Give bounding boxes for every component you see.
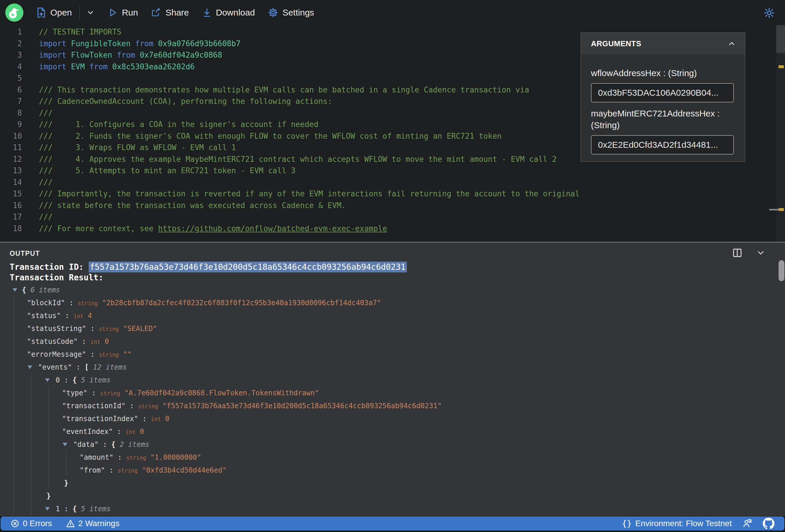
open-menu-chevron[interactable] xyxy=(86,8,95,17)
output-row: "transactionIndex" : int 0 xyxy=(0,412,773,425)
code-token: /// 1. Configures a COA in the signer's … xyxy=(39,120,319,129)
theme-toggle-button[interactable] xyxy=(763,7,775,20)
output-row: 0 : { 5 items xyxy=(0,374,773,386)
indent-guide xyxy=(14,361,14,374)
person-feedback-icon xyxy=(742,518,752,529)
json-br: { xyxy=(73,376,81,384)
json-tl: string xyxy=(78,300,98,306)
overview-cursor-marker xyxy=(769,209,780,210)
output-row: "data" : { 2 items xyxy=(0,438,773,451)
output-row: } xyxy=(0,477,773,489)
indent-guide xyxy=(14,322,14,335)
share-button[interactable]: Share xyxy=(151,8,189,18)
chevron-up-icon[interactable] xyxy=(727,39,736,48)
json-pn: : xyxy=(61,312,73,320)
json-key: "data" xyxy=(73,440,99,449)
code-token: FlowToken xyxy=(71,51,117,59)
json-br: } xyxy=(47,492,51,500)
line-number: 1 xyxy=(0,26,22,38)
json-key: "transactionIndex" xyxy=(62,415,138,423)
json-pn: : xyxy=(87,389,100,397)
code-token: import xyxy=(39,62,71,71)
collapse-panel-chevron-icon[interactable] xyxy=(756,248,766,258)
output-row: "events" : [ 12 items xyxy=(0,361,773,374)
code-token: 0x7e60df042a9c0868 xyxy=(140,51,222,59)
code-link[interactable]: https://github.com/onflow/batched-evm-ex… xyxy=(158,224,387,233)
code-token: 0x8c5303eaa26202d6 xyxy=(112,62,195,71)
arguments-panel-header[interactable]: ARGUMENTS xyxy=(581,33,745,54)
indent-guide xyxy=(49,412,49,425)
line-number: 17 xyxy=(0,211,22,223)
indent-guide xyxy=(14,438,14,451)
json-tl: string xyxy=(126,454,146,461)
feedback-button[interactable] xyxy=(742,518,752,529)
json-it: 5 items xyxy=(81,505,111,513)
json-nv: 0 xyxy=(161,415,170,423)
line-number: 18 xyxy=(0,223,22,235)
download-button[interactable]: Download xyxy=(202,8,255,18)
indent-guide xyxy=(14,348,14,361)
line-number: 6 xyxy=(0,84,22,96)
collapse-arrow[interactable] xyxy=(27,365,32,369)
settings-gear-icon xyxy=(268,7,278,18)
warnings-status[interactable]: 2 Warnings xyxy=(66,519,120,528)
line-number: 4 xyxy=(0,61,22,73)
output-scrollbar-thumb[interactable] xyxy=(779,260,784,281)
collapse-arrow[interactable] xyxy=(45,378,50,382)
environment-status[interactable]: {} Environment: Flow Testnet xyxy=(622,519,732,529)
download-label: Download xyxy=(216,8,255,18)
json-br: [ xyxy=(84,363,93,371)
settings-button[interactable]: Settings xyxy=(268,7,314,18)
run-button[interactable]: Run xyxy=(108,8,138,18)
indent-guide xyxy=(31,489,31,503)
indent-guide xyxy=(66,464,67,477)
split-view-icon[interactable] xyxy=(732,247,743,258)
errors-status[interactable]: 0 Errors xyxy=(10,519,52,528)
output-title: OUTPUT xyxy=(10,250,40,257)
output-row: 1 : { 5 items xyxy=(0,503,773,515)
open-label: Open xyxy=(50,8,72,18)
line-number: 8 xyxy=(0,107,22,119)
argument-input-1[interactable] xyxy=(591,135,734,154)
json-key: "errorMessage" xyxy=(27,350,86,358)
collapse-arrow[interactable] xyxy=(62,443,67,446)
collapse-arrow[interactable] xyxy=(45,507,50,511)
transaction-result-label: Transaction Result: xyxy=(10,272,103,283)
json-pn: : xyxy=(105,466,118,474)
output-row: { 6 items xyxy=(0,283,773,297)
json-tl: string xyxy=(99,326,119,332)
code-token: /// Importantly, the transaction is reve… xyxy=(39,189,580,198)
code-token: /// state before the transaction was exe… xyxy=(39,201,346,210)
line-number: 11 xyxy=(0,142,22,154)
json-nv: 4 xyxy=(83,312,92,320)
json-it: 5 items xyxy=(81,376,111,384)
indent-guide xyxy=(31,451,31,464)
json-key: "transactionId" xyxy=(62,402,126,410)
open-button[interactable]: Open xyxy=(36,7,72,18)
collapse-arrow[interactable] xyxy=(12,288,17,292)
sun-icon xyxy=(763,7,775,19)
code-line: 18/// For more context, see https://gith… xyxy=(0,223,773,235)
github-link[interactable] xyxy=(763,518,775,529)
argument-label: maybeMintERC721AddressHex : (String) xyxy=(591,108,731,131)
settings-label: Settings xyxy=(282,8,314,18)
json-it: 2 items xyxy=(120,440,149,449)
json-key: "statusCode" xyxy=(27,337,78,346)
indent-guide xyxy=(31,503,31,515)
warning-marker xyxy=(779,65,784,68)
environment-label: Environment: Flow Testnet xyxy=(635,519,732,528)
indent-guide xyxy=(14,503,14,515)
arguments-body: wflowAddressHex : (String)maybeMintERC72… xyxy=(581,54,745,154)
code-token: /// xyxy=(39,108,53,117)
error-icon xyxy=(10,519,19,528)
json-pn: : xyxy=(126,402,138,410)
editor-scrollbar-thumb[interactable] xyxy=(776,25,785,53)
warnings-label: 2 Warnings xyxy=(78,519,120,528)
json-nv: 0 xyxy=(100,337,109,346)
transaction-result-tree: { 6 items"blockId" : string "2b28cbfb87d… xyxy=(0,283,773,520)
code-token: 0x9a0766d93b6608b7 xyxy=(158,39,240,48)
argument-input-0[interactable] xyxy=(591,83,734,102)
indent-guide xyxy=(14,335,14,348)
code-token: /// 2. Funds the signer's COA with enoug… xyxy=(39,132,502,141)
line-number: 10 xyxy=(0,130,22,142)
